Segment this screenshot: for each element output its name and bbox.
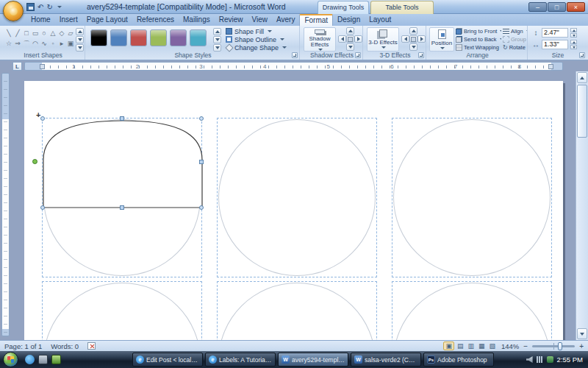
tilt-down-button[interactable] (409, 43, 417, 51)
tab-format[interactable]: Format (299, 14, 333, 26)
full-screen-reading-view-icon[interactable]: ▤ (456, 342, 465, 350)
print-layout-view-icon[interactable]: ▣ (443, 342, 454, 350)
quick-launch-desktop-icon[interactable] (38, 355, 48, 364)
scrollbar-thumb[interactable] (577, 85, 587, 138)
shape-fill-button[interactable]: Shape Fill (226, 27, 298, 35)
resize-handle-top-left[interactable] (40, 116, 45, 121)
tab-layout[interactable]: Layout (365, 14, 395, 26)
start-button[interactable] (3, 352, 18, 367)
label-circle[interactable] (393, 283, 551, 340)
label-circle[interactable] (393, 119, 551, 276)
taskbar-item-avery-template[interactable]: W avery5294-template ... (278, 353, 348, 367)
spellcheck-icon[interactable] (87, 342, 96, 350)
shape-width-field[interactable]: 1.33" (542, 40, 568, 49)
zoom-slider[interactable] (532, 345, 575, 347)
qat-dropdown-icon[interactable] (57, 6, 62, 8)
tilt-right-button[interactable] (417, 35, 426, 43)
shape-outline-button[interactable]: Shape Outline (226, 35, 298, 43)
shape-icon[interactable]: ╲ (4, 28, 13, 38)
height-decrease-button[interactable] (570, 33, 577, 38)
quick-launch-browser-icon[interactable] (25, 355, 35, 364)
resize-handle-top-right[interactable] (199, 116, 204, 121)
scroll-up-icon[interactable] (213, 28, 221, 35)
scroll-up-icon[interactable] (577, 72, 587, 83)
label-cell[interactable] (392, 118, 552, 277)
page-indicator[interactable]: Page: 1 of 1 (4, 342, 42, 350)
gallery-more-icon[interactable] (213, 44, 221, 52)
label-cell[interactable] (42, 281, 202, 340)
tab-stop-selector[interactable]: L (12, 62, 22, 71)
nudge-shadow-right-button[interactable] (354, 35, 362, 43)
maximize-button[interactable]: □ (548, 2, 566, 12)
shape-style-swatch[interactable] (170, 29, 187, 46)
gallery-more-icon[interactable] (76, 44, 84, 52)
nudge-shadow-up-button[interactable] (346, 27, 354, 35)
bring-to-front-button[interactable]: Bring to Front (456, 27, 501, 35)
taskbar-item-edit-post[interactable]: e Edit Post < local kitc... (132, 353, 203, 367)
clock[interactable]: 2:55 PM (557, 355, 583, 364)
height-increase-button[interactable] (570, 28, 577, 32)
selected-shape[interactable] (43, 118, 203, 209)
tab-home[interactable]: Home (26, 14, 55, 26)
tab-references[interactable]: References (132, 14, 179, 26)
close-button[interactable]: × (567, 2, 585, 12)
label-circle[interactable] (218, 283, 376, 340)
shape-icon[interactable]: ☆ (4, 38, 13, 49)
resize-handle-top-center[interactable] (120, 116, 124, 121)
shape-style-swatch[interactable] (90, 29, 107, 46)
shape-icon[interactable]: ▣ (66, 38, 75, 49)
send-to-back-button[interactable]: Send to Back (456, 35, 501, 43)
zoom-out-button[interactable]: − (523, 342, 528, 350)
tilt-left-button[interactable] (401, 35, 409, 43)
shape-style-swatch[interactable] (110, 29, 127, 46)
shape-icon[interactable]: ▱ (66, 28, 75, 38)
shadow-effects-button[interactable]: Shadow Effects (304, 27, 336, 52)
position-button[interactable]: Position (429, 27, 454, 52)
shape-style-swatch[interactable] (150, 29, 167, 46)
shape-icon[interactable]: ⌒ (22, 38, 31, 49)
align-button[interactable]: Align (503, 27, 527, 35)
dialog-launcher-icon[interactable] (292, 52, 298, 58)
scroll-down-icon[interactable] (76, 36, 84, 43)
label-cell[interactable] (217, 118, 377, 277)
minimize-button[interactable]: – (528, 2, 547, 12)
label-cell[interactable] (392, 281, 552, 340)
taskbar-item-salsa-verde[interactable]: W salsa-verde2 (Comp... (351, 353, 421, 367)
scroll-down-icon[interactable] (577, 328, 587, 339)
width-decrease-button[interactable] (570, 45, 577, 49)
tab-review[interactable]: Review (215, 14, 248, 26)
save-icon[interactable] (26, 3, 35, 11)
dialog-launcher-icon[interactable] (418, 52, 424, 58)
security-icon[interactable] (547, 356, 553, 363)
nudge-shadow-left-button[interactable] (338, 35, 346, 43)
network-icon[interactable] (537, 356, 543, 363)
resize-handle-mid-right[interactable] (199, 160, 204, 164)
horizontal-ruler[interactable]: 12 34 56 78 (24, 62, 563, 71)
label-circle[interactable] (218, 119, 376, 276)
change-shape-button[interactable]: Change Shape (226, 43, 298, 52)
dialog-launcher-icon[interactable] (355, 52, 361, 58)
resize-handle-bottom-right[interactable] (199, 205, 204, 210)
shape-icon[interactable]: ▸ (57, 38, 66, 49)
resize-handle-bottom-center[interactable] (120, 205, 124, 210)
tab-avery[interactable]: Avery (272, 14, 299, 26)
shape-icon[interactable]: □ (22, 28, 31, 38)
tab-design[interactable]: Design (333, 14, 365, 26)
document-page[interactable]: + (24, 81, 563, 340)
toggle-3d-button[interactable] (409, 35, 417, 43)
vertical-ruler[interactable] (1, 73, 10, 336)
zoom-level[interactable]: 144% (501, 342, 519, 350)
zoom-slider-thumb[interactable] (558, 342, 562, 350)
group-button[interactable]: Group (503, 35, 527, 43)
tilt-up-button[interactable] (409, 27, 417, 35)
quick-launch-app-icon[interactable] (51, 355, 61, 364)
shape-icon[interactable]: ◦ (49, 38, 57, 49)
toggle-shadow-button[interactable] (346, 35, 354, 43)
volume-icon[interactable] (526, 356, 533, 363)
shape-style-swatch[interactable] (190, 29, 207, 46)
indent-marker-left[interactable] (40, 64, 45, 69)
taskbar-item-photoshop[interactable]: Ps Adobe Photoshop (423, 353, 494, 367)
rotate-button[interactable]: ↻ Rotate (503, 43, 527, 52)
3d-effects-button[interactable]: 3-D Effects (367, 27, 399, 52)
label-cell[interactable] (217, 281, 377, 340)
